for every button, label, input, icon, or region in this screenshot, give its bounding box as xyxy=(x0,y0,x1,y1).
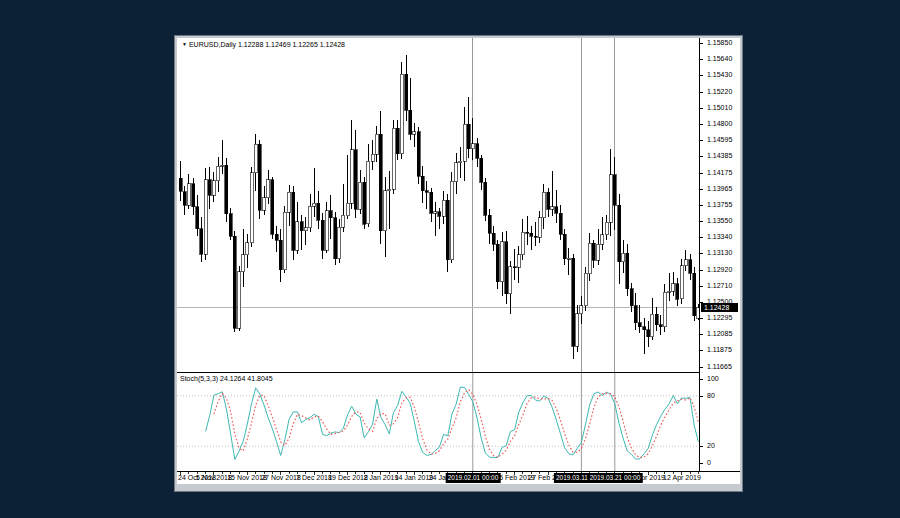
time-axis-label: 14 Jan 2019 xyxy=(395,473,434,483)
price-axis-label: 1.12710 xyxy=(707,282,732,290)
price-tick xyxy=(700,189,703,190)
stoch-scale-label: 0 xyxy=(707,459,711,467)
price-axis-label: 1.12920 xyxy=(707,266,732,274)
price-tick xyxy=(700,156,703,157)
price-axis[interactable]: 1.158501.156401.154301.152201.150101.148… xyxy=(700,38,740,471)
workspace-background: ▼EURUSD,Daily 1.12288 1.12469 1.12265 1.… xyxy=(0,0,900,518)
stoch-scale-label: 100 xyxy=(707,375,719,383)
stochastic-title: Stoch(5,3,3) 24.1264 41.8045 xyxy=(180,375,273,382)
event-date-badge: 2019.02.01 00:00 xyxy=(446,473,501,483)
time-axis-label: 12 Apr 2019 xyxy=(663,473,701,483)
price-tick xyxy=(700,173,703,174)
price-tick xyxy=(700,334,703,335)
price-axis-label: 1.15430 xyxy=(707,71,732,79)
chart-title: ▼EURUSD,Daily 1.12288 1.12469 1.12265 1.… xyxy=(182,41,345,48)
candlestick-canvas[interactable] xyxy=(177,38,699,372)
stochastic-values: 24.1264 41.8045 xyxy=(220,375,273,382)
price-tick xyxy=(700,43,703,44)
price-axis-label: 1.14800 xyxy=(707,120,732,128)
price-axis-label: 1.12295 xyxy=(707,314,732,322)
price-tick xyxy=(700,221,703,222)
time-axis-label: 7 Dec 2018 xyxy=(296,473,332,483)
price-axis-label: 1.12085 xyxy=(707,330,732,338)
price-tick xyxy=(700,140,703,141)
chart-ohlc-values: 1.12288 1.12469 1.12265 1.12428 xyxy=(238,41,345,48)
price-axis-label: 1.15640 xyxy=(707,55,732,63)
time-axis[interactable]: 24 Oct 20185 Nov 201815 Nov 201827 Nov 2… xyxy=(177,472,740,484)
stoch-scale-label: 20 xyxy=(707,442,715,450)
price-axis-label: 1.13755 xyxy=(707,201,732,209)
price-axis-label: 1.15850 xyxy=(707,39,732,47)
stochastic-pane[interactable]: Stoch(5,3,3) 24.1264 41.8045 xyxy=(177,373,699,471)
price-tick xyxy=(700,253,703,254)
price-axis-label: 1.14385 xyxy=(707,152,732,160)
price-tick xyxy=(700,318,703,319)
price-axis-label: 1.13130 xyxy=(707,249,732,257)
price-tick xyxy=(700,286,703,287)
time-axis-label: 19 Dec 2018 xyxy=(328,473,368,483)
stochastic-name-label: Stoch(5,3,3) xyxy=(180,375,218,382)
chart-window-inner: ▼EURUSD,Daily 1.12288 1.12469 1.12265 1.… xyxy=(177,38,740,489)
time-axis-label: 27 Nov 2018 xyxy=(261,473,301,483)
window-frame-bottom xyxy=(177,484,740,489)
time-axis-label: 2 Jan 2019 xyxy=(364,473,399,483)
price-tick xyxy=(700,367,703,368)
price-tick xyxy=(700,108,703,109)
price-tick xyxy=(700,124,703,125)
stoch-scale-tick xyxy=(700,446,703,447)
price-tick xyxy=(700,237,703,238)
price-axis-label: 1.11665 xyxy=(707,363,732,371)
price-tick xyxy=(700,92,703,93)
chart-menu-icon[interactable]: ▼ xyxy=(182,41,187,47)
price-axis-label: 1.15220 xyxy=(707,88,732,96)
stoch-scale-tick xyxy=(700,379,703,380)
price-axis-label: 1.14595 xyxy=(707,136,732,144)
price-tick xyxy=(700,205,703,206)
stoch-scale-label: 80 xyxy=(707,392,715,400)
price-axis-label: 1.15010 xyxy=(707,104,732,112)
price-axis-label: 1.13965 xyxy=(707,185,732,193)
price-tick xyxy=(700,270,703,271)
chart-window: ▼EURUSD,Daily 1.12288 1.12469 1.12265 1.… xyxy=(175,36,742,491)
price-axis-label: 1.13340 xyxy=(707,233,732,241)
stochastic-canvas[interactable] xyxy=(177,373,699,471)
price-tick xyxy=(700,75,703,76)
price-axis-label: 1.13550 xyxy=(707,217,732,225)
stoch-scale-tick xyxy=(700,396,703,397)
event-date-badge: 2019.03.21 00:00 xyxy=(588,473,643,483)
price-chart-pane[interactable]: ▼EURUSD,Daily 1.12288 1.12469 1.12265 1.… xyxy=(177,38,699,372)
price-axis-label: 1.14175 xyxy=(707,169,732,177)
current-price-badge: 1.12428 xyxy=(701,303,738,312)
price-tick xyxy=(700,59,703,60)
chart-symbol-label: EURUSD,Daily xyxy=(189,41,236,48)
price-axis-label: 1.11875 xyxy=(707,346,732,354)
stoch-scale-tick xyxy=(700,463,703,464)
price-tick xyxy=(700,350,703,351)
